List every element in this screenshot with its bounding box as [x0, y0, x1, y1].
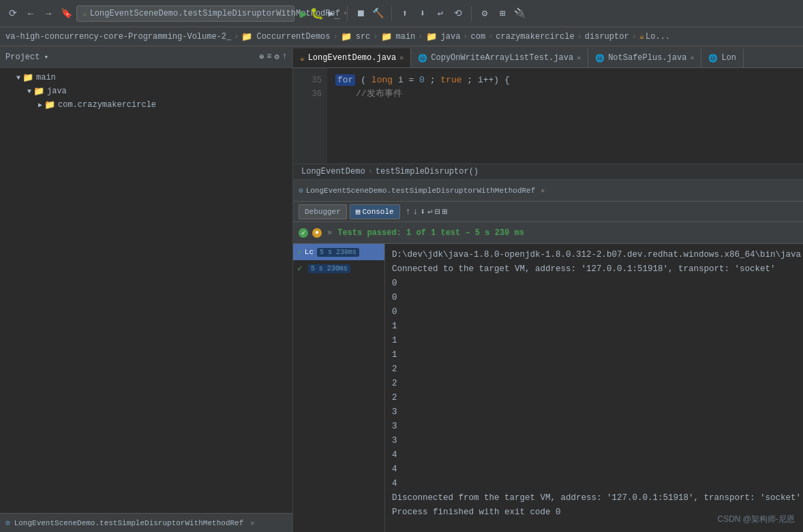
- console-tool-2[interactable]: ↓: [412, 206, 418, 217]
- tab-lon[interactable]: 🌐 Lon: [701, 48, 744, 67]
- breadcrumb-crazymakercircle-label: crazymakercircle: [496, 32, 574, 42]
- breadcrumb-editor-class[interactable]: LongEventDemo: [301, 167, 365, 176]
- run-tab-bar: ⚙ LongEventSceneDemo.testSimpleDisruptor…: [0, 513, 292, 532]
- console-line-13: 3: [392, 434, 796, 448]
- run-tab-label[interactable]: LongEventSceneDemo.testSimpleDisruptorWi…: [14, 519, 244, 527]
- run-list-item-0[interactable]: ✓ Lc 5 s 230ms: [293, 244, 384, 260]
- code-semi: ;: [430, 75, 441, 85]
- console-tab-btn[interactable]: ▤ Console: [350, 204, 400, 219]
- breadcrumb-editor-method[interactable]: testSimpleDisruptor(): [376, 167, 479, 176]
- console-line-17: Disconnected from the target VM, address…: [392, 491, 796, 505]
- toolbar-icon-plugin[interactable]: 🔌: [513, 6, 528, 21]
- project-dropdown-icon[interactable]: ▾: [44, 52, 48, 61]
- console-line-12: 3: [392, 420, 796, 434]
- toolbar-icon-coverage[interactable]: ▶̲: [327, 6, 342, 21]
- toolbar-icon-history[interactable]: ⟲: [451, 6, 466, 21]
- bottom-run-icon: ⚙: [299, 186, 303, 195]
- run-tab-close[interactable]: ✕: [250, 519, 254, 527]
- breadcrumb-main[interactable]: 📁 main: [381, 31, 416, 42]
- tree-item-com[interactable]: ▶ 📁 com.crazymakercircle: [0, 98, 292, 112]
- tab-longeventdemo[interactable]: ☕ LongEventDemo.java ✕: [293, 48, 411, 67]
- toolbar-icon-back[interactable]: ←: [23, 6, 38, 21]
- toolbar-icon-build[interactable]: 🔨: [371, 6, 386, 21]
- project-tool-collapse[interactable]: ↑: [282, 52, 287, 62]
- breadcrumb-folder-icon-2: 📁: [341, 31, 352, 42]
- toolbar-icon-layout[interactable]: ⊞: [495, 6, 510, 21]
- toolbar-icon-settings[interactable]: ⚙: [477, 6, 492, 21]
- tab-icon-lon: 🌐: [708, 54, 718, 63]
- run-tab-icon: ⚙: [5, 518, 10, 527]
- tab-icon-copyonwrite: 🌐: [418, 54, 427, 63]
- console-tool-1[interactable]: ↑: [406, 206, 411, 217]
- run-item-time-1: 5 s 230ms: [308, 264, 350, 273]
- code-area[interactable]: for ( long i = 0 ; true ; i++) { //发布事件: [327, 68, 803, 163]
- debugger-tab-btn[interactable]: Debugger: [299, 204, 347, 219]
- console-line-4: 0: [392, 305, 796, 319]
- tab-notsafeplus[interactable]: 🌐 NotSafePlus.java ✕: [588, 48, 701, 67]
- toolbar-separator-3: [471, 6, 472, 21]
- project-tool-add[interactable]: ⊕: [259, 52, 264, 62]
- tree-label-com: com.crazymakercircle: [58, 100, 156, 110]
- console-panel: Debugger ▤ Console ↑ ↓ ⬇ ↩ ⊟ ⊞ ✓ ● »: [293, 202, 803, 532]
- run-list-item-1[interactable]: ✓ 5 s 230ms: [293, 260, 384, 277]
- breadcrumb-disruptor[interactable]: disruptor: [585, 32, 629, 42]
- console-line-8: 2: [392, 362, 796, 377]
- tree-arrow-main: ▼: [16, 74, 20, 82]
- toolbar-icon-vcs1[interactable]: ⬆: [397, 6, 412, 21]
- run-button[interactable]: ▶: [300, 6, 307, 21]
- line-number-35: 35: [293, 74, 322, 87]
- tree-folder-icon-com: 📁: [44, 99, 55, 110]
- toolbar-icon-vcs2[interactable]: ⬇: [415, 6, 430, 21]
- editor-tabs: ☕ LongEventDemo.java ✕ 🌐 CopyOnWriteArra…: [293, 46, 803, 68]
- tab-close-notsafeplus[interactable]: ✕: [690, 54, 694, 62]
- code-paren-open: (: [361, 75, 366, 85]
- breadcrumb-com[interactable]: com: [471, 32, 486, 42]
- project-tool-settings[interactable]: ≡: [267, 52, 271, 62]
- toolbar-icon-bookmark[interactable]: 🔖: [59, 6, 74, 21]
- line-number-36: 36: [293, 87, 322, 101]
- top-toolbar: ⟳ ← → 🔖 ☕ LongEventSceneDemo.testSimpleD…: [0, 0, 803, 27]
- console-tool-4[interactable]: ↩: [427, 206, 433, 217]
- code-line-35: for ( long i = 0 ; true ; i++) {: [335, 74, 795, 87]
- bottom-run-label[interactable]: LongEventSceneDemo.testSimpleDisruptorWi…: [306, 187, 536, 195]
- tab-close-longeventdemo[interactable]: ✕: [399, 54, 404, 62]
- tree-item-main[interactable]: ▼ 📁 main: [0, 71, 292, 84]
- console-tool-6[interactable]: ⊞: [442, 206, 448, 217]
- tab-close-copyonwrite[interactable]: ✕: [577, 54, 581, 62]
- console-tool-5[interactable]: ⊟: [435, 206, 440, 217]
- breadcrumb-module-label: CoccurrentDemos: [256, 32, 330, 42]
- breadcrumb-java[interactable]: 📁 java: [426, 31, 461, 42]
- console-line-6: 1: [392, 334, 796, 348]
- project-tool-gear[interactable]: ⚙: [275, 52, 279, 62]
- breadcrumb-module[interactable]: 📁 CoccurrentDemos: [241, 31, 330, 42]
- status-dots: »: [327, 228, 332, 238]
- toolbar-separator-2: [391, 6, 392, 21]
- status-pass-text: Tests passed: 1 of 1 test – 5 s 230 ms: [337, 228, 524, 238]
- breadcrumb-project[interactable]: va-high-concurrency-core-Programming-Vol…: [5, 32, 231, 42]
- toolbar-icon-vcs3[interactable]: ↩: [433, 6, 448, 21]
- toolbar-icon-refresh[interactable]: ⟳: [5, 6, 20, 21]
- tree-item-java[interactable]: ▼ 📁 java: [0, 84, 292, 98]
- toolbar-icon-forward[interactable]: →: [41, 6, 56, 21]
- run-item-time-0: 5 s 230ms: [317, 248, 359, 257]
- breadcrumb-project-label: va-high-concurrency-core-Programming-Vol…: [5, 32, 231, 42]
- run-status-bar: ✓ ● » Tests passed: 1 of 1 test – 5 s 23…: [293, 222, 803, 244]
- breadcrumb-src-label: src: [356, 32, 371, 42]
- code-num-0: 0: [419, 75, 425, 85]
- breadcrumb-lo[interactable]: ☕ Lo...: [639, 31, 670, 42]
- console-line-3: 0: [392, 291, 796, 305]
- console-line-14: 4: [392, 448, 796, 463]
- editor-area: 35 36 for ( long i = 0 ; true ; i++) { /…: [293, 68, 803, 163]
- breadcrumb-sep-7: ›: [577, 32, 582, 42]
- debug-button[interactable]: 🐛: [310, 7, 324, 20]
- run-config-bar[interactable]: ☕ LongEventSceneDemo.testSimpleDisruptor…: [76, 5, 294, 22]
- console-tool-3[interactable]: ⬇: [420, 206, 425, 217]
- tab-copyonwrite[interactable]: 🌐 CopyOnWriteArrayListTest.java ✕: [411, 48, 588, 67]
- breadcrumb-src[interactable]: 📁 src: [341, 31, 371, 42]
- console-output[interactable]: D:\dev\jdk\java-1.8.0-openjdk-1.8.0.312-…: [385, 244, 803, 532]
- breadcrumb-sep-1: ›: [234, 32, 239, 42]
- toolbar-icon-stop[interactable]: ⏹: [353, 6, 368, 21]
- breadcrumb-crazymakercircle[interactable]: crazymakercircle: [496, 32, 574, 42]
- run-item-pass-icon-0: ✓: [297, 247, 303, 257]
- bottom-run-close[interactable]: ✕: [541, 187, 545, 195]
